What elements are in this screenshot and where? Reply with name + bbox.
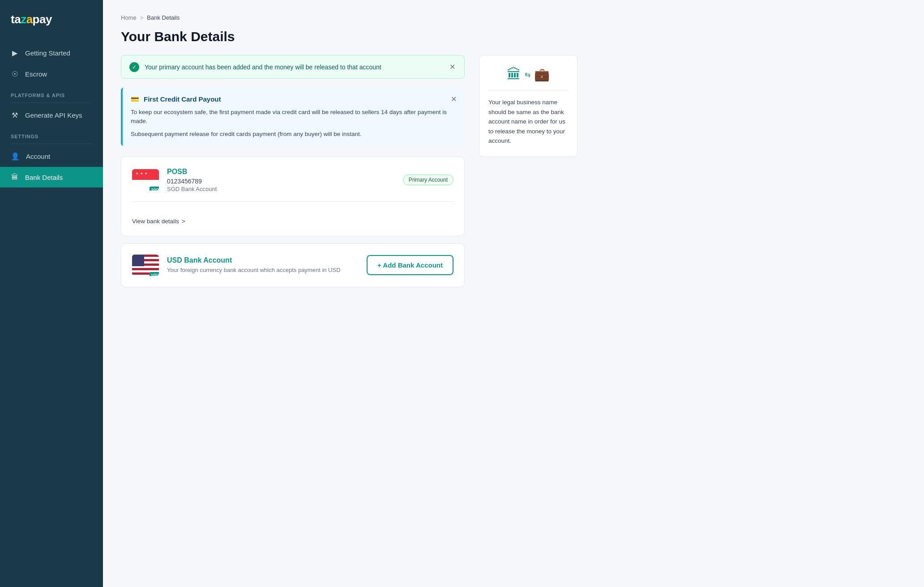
usd-account-info: USD Bank Account Your foreign currency b… <box>167 256 359 274</box>
shield-icon: ☉ <box>11 70 19 78</box>
alert-close-button[interactable]: ✕ <box>449 62 456 72</box>
page-title: Your Bank Details <box>121 29 578 44</box>
info-box-text-1: To keep our ecosystem safe, the first pa… <box>131 108 457 126</box>
right-sidebar: 🏛 ⇆ 💼 Your legal business name should be… <box>479 55 578 157</box>
main-content: Home > Bank Details Your Bank Details ✓ … <box>103 0 924 587</box>
bank-building-icon: 🏛 <box>507 66 521 83</box>
add-bank-account-button[interactable]: + Add Bank Account <box>367 255 453 275</box>
briefcase-icon: 💼 <box>534 67 550 82</box>
nav-divider-2 <box>11 144 92 144</box>
breadcrumb: Home > Bank Details <box>121 14 578 21</box>
chevron-right-icon: > <box>182 218 185 225</box>
sgd-account-card: SGD POSB 0123456789 SGD Bank Account Pri… <box>121 157 465 236</box>
usd-account-title: USD Bank Account <box>167 256 359 264</box>
info-box: 💳 First Credit Card Payout ✕ To keep our… <box>121 88 465 146</box>
sidebar-item-bank-details[interactable]: 🏛 Bank Details <box>0 167 103 187</box>
sidebar-info-text: Your legal business name should be same … <box>488 98 568 146</box>
info-box-close-button[interactable]: ✕ <box>451 95 457 103</box>
bank-icon: 🏛 <box>11 173 19 181</box>
breadcrumb-current: Bank Details <box>147 14 180 21</box>
nav-divider-1 <box>11 102 92 103</box>
user-icon: 👤 <box>11 152 20 161</box>
sidebar-info-divider <box>488 90 568 90</box>
sgd-account-info: POSB 0123456789 SGD Bank Account <box>167 168 395 192</box>
breadcrumb-separator: > <box>140 14 144 21</box>
usd-currency-badge: USD <box>150 272 159 276</box>
transfer-icon: ⇆ <box>525 70 530 79</box>
account-divider <box>132 201 453 202</box>
sidebar-item-account[interactable]: 👤 Account <box>0 146 103 167</box>
bank-name: POSB <box>167 168 395 176</box>
sidebar-item-generate-api-keys[interactable]: ⚒ Generate API Keys <box>0 105 103 126</box>
primary-account-badge: Primary Account <box>403 174 453 185</box>
info-box-text-2: Subsequent payment release for credit ca… <box>131 130 457 139</box>
sidebar-info-box: 🏛 ⇆ 💼 Your legal business name should be… <box>479 55 578 157</box>
view-bank-details-link[interactable]: View bank details > <box>132 218 185 225</box>
content-layout: ✓ Your primary account has been added an… <box>121 55 578 287</box>
sidebar-item-getting-started[interactable]: ▶ Getting Started <box>0 43 103 64</box>
breadcrumb-home[interactable]: Home <box>121 14 137 21</box>
alert-message: Your primary account has been added and … <box>145 64 381 71</box>
account-number: 0123456789 <box>167 178 395 185</box>
sg-flag-badge: SGD <box>132 169 159 191</box>
card-icon: 💳 <box>131 95 139 103</box>
wrench-icon: ⚒ <box>11 111 19 119</box>
sgd-currency-badge: SGD <box>150 187 159 191</box>
logo: tazapay <box>0 0 103 39</box>
play-icon: ▶ <box>11 49 19 57</box>
settings-label: SETTINGS <box>0 126 103 142</box>
usd-account-description: Your foreign currency bank account which… <box>167 266 359 274</box>
content-main: ✓ Your primary account has been added an… <box>121 55 465 287</box>
us-flag-badge: USD <box>132 255 159 276</box>
account-type: SGD Bank Account <box>167 186 395 192</box>
check-icon: ✓ <box>129 62 139 72</box>
platforms-apis-label: PLATFORMS & APIS <box>0 85 103 101</box>
sidebar-icons: 🏛 ⇆ 💼 <box>488 66 568 83</box>
usd-account-card: USD USD Bank Account Your foreign curren… <box>121 243 465 287</box>
sidebar-nav: ▶ Getting Started ☉ Escrow PLATFORMS & A… <box>0 39 103 587</box>
info-box-title: 💳 First Credit Card Payout <box>131 95 221 103</box>
success-alert: ✓ Your primary account has been added an… <box>121 55 465 79</box>
sidebar-item-escrow[interactable]: ☉ Escrow <box>0 64 103 85</box>
sidebar: tazapay ▶ Getting Started ☉ Escrow PLATF… <box>0 0 103 587</box>
